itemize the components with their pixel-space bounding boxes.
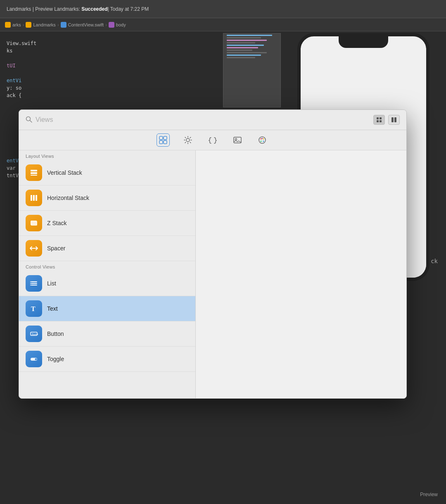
svg-point-12: [186, 138, 190, 142]
breadcrumb-icon-4: [109, 22, 114, 28]
svg-rect-21: [31, 170, 37, 171]
breadcrumb-item-3[interactable]: ContentView.swift: [61, 22, 104, 28]
section-header-control: Control Views: [19, 261, 195, 271]
toolbar-modifiers-icon[interactable]: [181, 133, 195, 147]
code-line: entVi: [7, 77, 183, 84]
vstack-label: Vertical Stack: [47, 169, 82, 176]
list-item-toggle[interactable]: Toggle: [19, 347, 195, 372]
vstack-icon: [26, 164, 42, 181]
svg-rect-11: [164, 140, 167, 144]
breadcrumb-item-4[interactable]: body: [109, 22, 126, 28]
minimap: [223, 33, 281, 107]
svg-point-20: [262, 138, 263, 139]
code-line: ks: [7, 47, 183, 55]
list-item-list[interactable]: List: [19, 271, 195, 296]
section-header-layout: Layout Views: [19, 150, 195, 160]
button-label: Button: [47, 330, 64, 337]
svg-rect-3: [380, 117, 382, 119]
toolbar-color-icon[interactable]: [256, 133, 269, 147]
list-label: List: [47, 280, 56, 287]
phone-notch: [339, 36, 388, 48]
svg-rect-9: [164, 136, 167, 140]
toggle-icon: [26, 351, 42, 367]
toolbar-code-icon[interactable]: [206, 133, 219, 147]
list-item-vstack[interactable]: Vertical Stack: [19, 160, 195, 185]
list-pane: Layout Views Vertical Stack: [19, 150, 196, 398]
view-toggle-group: [373, 115, 400, 125]
list-item-spacer[interactable]: Spacer: [19, 236, 195, 261]
svg-rect-5: [380, 120, 382, 122]
modal-header: [19, 110, 406, 130]
code-line: [7, 69, 183, 77]
modal-toolbar: [19, 130, 406, 150]
svg-text:T: T: [31, 305, 36, 312]
title-bar: Landmarks | Preview Landmarks: Succeeded…: [0, 0, 446, 18]
svg-rect-2: [377, 117, 379, 119]
svg-point-16: [261, 138, 262, 140]
grid-view-button[interactable]: [373, 115, 385, 125]
svg-rect-4: [377, 120, 379, 122]
breadcrumb-item-1[interactable]: arks: [5, 22, 21, 28]
svg-rect-24: [31, 195, 32, 201]
list-item-zstack[interactable]: Z Stack: [19, 211, 195, 236]
breadcrumb-item-2[interactable]: Landmarks: [26, 22, 55, 28]
zstack-label: Z Stack: [47, 220, 66, 226]
list-icon: [26, 275, 42, 292]
svg-rect-6: [391, 117, 394, 122]
svg-rect-23: [31, 175, 37, 176]
hstack-label: Horizontal Stack: [47, 195, 89, 201]
code-fragment: ck: [431, 258, 438, 264]
svg-rect-25: [33, 195, 35, 201]
svg-rect-8: [159, 136, 163, 140]
svg-point-40: [35, 358, 37, 360]
hstack-icon: [26, 190, 42, 206]
svg-rect-22: [31, 172, 37, 174]
toolbar-views-icon[interactable]: [157, 133, 170, 147]
zstack-icon: [26, 215, 42, 231]
svg-point-33: [30, 281, 31, 282]
svg-rect-10: [159, 140, 163, 144]
svg-point-19: [263, 141, 264, 142]
svg-line-1: [30, 120, 32, 122]
text-icon: T: [26, 300, 42, 317]
svg-point-34: [30, 283, 31, 284]
svg-point-35: [30, 285, 31, 285]
code-line: View.swift: [7, 40, 183, 47]
title-text: Landmarks | Preview Landmarks: Succeeded…: [7, 6, 149, 12]
list-item-text[interactable]: T Text: [19, 296, 195, 321]
views-panel: Layout Views Vertical Stack: [19, 109, 407, 399]
code-line: [7, 55, 183, 62]
search-input[interactable]: [36, 116, 370, 124]
svg-point-17: [263, 138, 264, 140]
breadcrumb-icon-3: [61, 22, 66, 28]
split-view-button[interactable]: [388, 115, 400, 125]
breadcrumb-icon-1: [5, 22, 11, 28]
code-line: ack {: [7, 92, 183, 99]
svg-rect-7: [394, 117, 396, 122]
detail-pane: [196, 150, 406, 398]
text-label: Text: [47, 305, 58, 312]
list-item-hstack[interactable]: Horizontal Stack: [19, 185, 195, 211]
list-item-button[interactable]: Button Button: [19, 321, 195, 347]
breadcrumb-icon-2: [26, 22, 31, 28]
toggle-label: Toggle: [47, 356, 64, 362]
breadcrumb: arks › Landmarks › ContentView.swift › b…: [0, 18, 446, 31]
spacer-label: Spacer: [47, 245, 65, 252]
button-icon: Button: [26, 326, 42, 342]
spacer-icon: [26, 240, 42, 257]
search-icon: [26, 116, 32, 124]
code-line: y: so: [7, 84, 183, 92]
svg-rect-26: [36, 195, 37, 201]
svg-point-15: [259, 137, 266, 143]
code-line: tUI: [7, 62, 183, 69]
toolbar-media-icon[interactable]: [231, 133, 244, 147]
preview-label: Preview: [420, 492, 438, 497]
svg-point-14: [235, 138, 237, 140]
svg-text:Button: Button: [32, 333, 38, 335]
modal-body: Layout Views Vertical Stack: [19, 150, 406, 398]
svg-point-18: [261, 141, 262, 142]
